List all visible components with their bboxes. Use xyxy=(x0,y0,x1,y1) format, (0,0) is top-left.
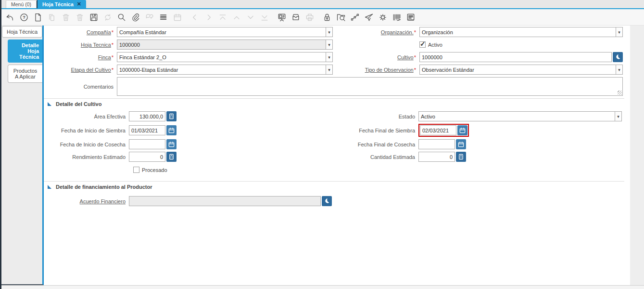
tipo-observacion-input[interactable] xyxy=(419,65,616,75)
chevron-down-icon[interactable] xyxy=(616,27,623,37)
sidebar-tab-hoja-tecnica[interactable]: Hoja Técnica xyxy=(2,26,42,38)
record-zoom-button[interactable] xyxy=(322,196,332,206)
previous-record-icon xyxy=(231,12,242,23)
record-zoom-button[interactable] xyxy=(613,52,623,62)
row-finca-cultivo: Finca* Cultivo* xyxy=(44,52,624,62)
procesado-checkbox[interactable] xyxy=(133,167,139,173)
finca-input[interactable] xyxy=(117,52,326,62)
fecha-final-cosecha-input[interactable] xyxy=(418,139,455,149)
section-title: Detalle del Cultivo xyxy=(56,101,101,107)
chevron-down-icon[interactable] xyxy=(326,27,333,37)
chevron-down-icon[interactable] xyxy=(326,52,333,62)
toggle-multi-row-icon[interactable] xyxy=(158,12,169,23)
calendar-button[interactable] xyxy=(166,139,177,149)
fecha-final-cosecha-label: Fecha Final de Cosecha xyxy=(333,142,417,147)
archive-icon[interactable] xyxy=(290,12,301,23)
process-icon[interactable] xyxy=(378,12,388,23)
comentarios-field xyxy=(117,77,623,96)
area-efectiva-input[interactable] xyxy=(129,111,165,121)
detail-view-icon[interactable] xyxy=(277,12,287,23)
new-record-icon[interactable] xyxy=(33,12,43,23)
section-detalle-cultivo-header[interactable]: Detalle del Cultivo xyxy=(44,98,624,109)
rendimiento-estimado-input[interactable] xyxy=(129,152,165,162)
cantidad-estimada-label: Cantidad Estimada xyxy=(333,154,417,160)
workflow-icon[interactable] xyxy=(350,12,360,23)
delete-record-icon xyxy=(61,12,71,23)
resize-grip-icon[interactable] xyxy=(618,91,622,95)
help-icon[interactable]: ? xyxy=(19,12,29,23)
procesado-field: Procesado xyxy=(133,167,332,173)
delete-selection-icon xyxy=(75,12,85,23)
chevron-down-icon[interactable] xyxy=(326,39,333,50)
cultivo-field xyxy=(419,52,623,62)
send-request-icon[interactable] xyxy=(364,12,374,23)
estado-combo xyxy=(418,111,622,121)
cultivo-input[interactable] xyxy=(419,52,612,62)
finca-combo xyxy=(117,52,333,62)
row-rendimiento-cantidad: Rendimiento Estimado Cantidad Estimada xyxy=(44,152,624,162)
chevron-down-icon[interactable] xyxy=(326,65,333,75)
collapse-triangle-icon[interactable] xyxy=(48,102,51,106)
etapa-cultivo-input[interactable] xyxy=(117,65,326,75)
tab-hoja-tecnica-label: Hoja Técnica xyxy=(42,1,74,7)
app-window: Menú (0) Hoja Técnica ✕ ? xyxy=(0,0,644,289)
chevron-down-icon[interactable] xyxy=(616,65,623,75)
last-record-icon xyxy=(259,12,270,23)
close-icon[interactable]: ✕ xyxy=(77,1,81,7)
fecha-final-siembra-input[interactable] xyxy=(420,125,456,135)
activo-checkbox[interactable] xyxy=(419,41,426,48)
row-comentarios: Comentarios xyxy=(44,77,624,96)
fecha-inicio-cosecha-input[interactable] xyxy=(129,139,165,149)
etapa-cultivo-combo xyxy=(117,65,333,75)
copy-record-icon xyxy=(47,12,57,23)
procesado-label: Procesado xyxy=(142,167,167,173)
tab-menu-label: Menú (0) xyxy=(11,1,31,7)
estado-label: Estado xyxy=(333,114,417,119)
tipo-observacion-label: Tipo de Observacion* xyxy=(334,67,418,73)
cantidad-estimada-input[interactable] xyxy=(418,152,455,162)
calculator-button[interactable] xyxy=(166,152,177,162)
sidebar-tab-detalle-hoja-tecnica[interactable]: Detalle Hoja Técnica xyxy=(8,39,42,63)
area-efectiva-label: Área Efectiva xyxy=(44,114,128,119)
compania-combo xyxy=(117,27,333,37)
hoja-tecnica-input[interactable] xyxy=(117,39,326,50)
organizacion-label: Organización.* xyxy=(334,29,418,35)
comentarios-textarea[interactable] xyxy=(117,77,623,96)
report-icon[interactable] xyxy=(405,12,416,23)
next-page-icon xyxy=(203,12,214,23)
previous-page-icon xyxy=(189,12,200,23)
attachment-icon[interactable] xyxy=(130,12,141,23)
barcode-icon[interactable] xyxy=(391,12,402,23)
sidebar-tab-productos-a-aplicar[interactable]: Productos A Aplicar xyxy=(8,65,42,83)
collapse-triangle-icon[interactable] xyxy=(48,185,51,189)
calculator-button[interactable] xyxy=(456,152,466,162)
fecha-inicio-siembra-field xyxy=(129,125,332,135)
history-calendar-icon xyxy=(172,12,183,23)
toolbar: ? xyxy=(1,9,644,26)
rendimiento-estimado-field xyxy=(129,152,332,162)
section-financiamiento-header[interactable]: Detalle de financiamiento al Productor xyxy=(44,181,624,192)
calendar-button[interactable] xyxy=(166,125,177,135)
highlight-annotation xyxy=(418,124,469,137)
save-icon[interactable] xyxy=(88,12,99,23)
organizacion-input[interactable] xyxy=(419,27,616,37)
cantidad-estimada-field xyxy=(418,152,622,162)
lock-icon[interactable] xyxy=(322,12,332,23)
fecha-inicio-siembra-input[interactable] xyxy=(129,125,165,135)
compania-input[interactable] xyxy=(117,27,326,37)
chevron-down-icon[interactable] xyxy=(615,111,622,121)
fecha-final-cosecha-field xyxy=(418,139,622,149)
estado-input[interactable] xyxy=(418,111,615,121)
activo-field: Activo xyxy=(419,41,623,48)
calendar-button[interactable] xyxy=(457,125,467,135)
tab-menu[interactable]: Menú (0) xyxy=(6,0,37,8)
hoja-tecnica-combo xyxy=(117,39,333,50)
first-record-icon xyxy=(217,12,228,23)
acuerdo-financiero-input[interactable] xyxy=(129,196,321,206)
calendar-button[interactable] xyxy=(456,139,466,149)
undo-icon[interactable] xyxy=(5,12,15,23)
zoom-across-icon[interactable] xyxy=(336,12,346,23)
calculator-button[interactable] xyxy=(166,111,177,121)
tab-hoja-tecnica[interactable]: Hoja Técnica ✕ xyxy=(37,0,86,8)
find-icon[interactable] xyxy=(116,12,127,23)
